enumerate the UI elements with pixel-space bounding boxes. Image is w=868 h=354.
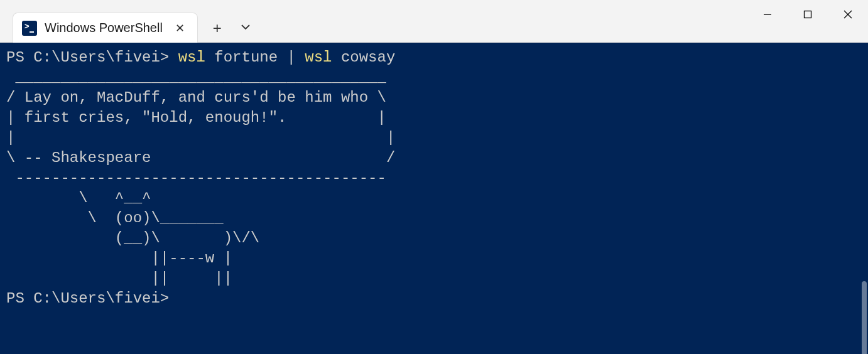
tab-dropdown-button[interactable] [239,21,252,36]
close-icon [844,10,852,19]
terminal-line-1: PS C:\Users\fivei> wsl fortune | wsl cow… [6,48,862,68]
close-window-button[interactable] [828,0,868,28]
tab-powershell[interactable]: Windows PowerShell ✕ [13,13,198,43]
minimize-button[interactable] [747,0,788,28]
command-arg: cowsay [341,49,395,66]
new-tab-button[interactable]: + [213,21,222,36]
powershell-icon [22,21,37,36]
minimize-icon [763,10,772,19]
command-token: wsl [305,49,341,66]
window-controls [747,0,868,28]
command-pipe: | [286,49,305,66]
command-arg: fortune [214,49,286,66]
terminal-line-prompt2: PS C:\Users\fivei> [6,289,862,309]
tabbar-controls: + [213,21,252,36]
close-tab-button[interactable]: ✕ [175,21,185,35]
maximize-button[interactable] [788,0,828,28]
scrollbar-thumb[interactable] [862,281,867,354]
terminal-area[interactable]: PS C:\Users\fivei> wsl fortune | wsl cow… [0,43,868,354]
command-token: wsl [178,49,215,66]
svg-rect-1 [805,11,811,18]
maximize-icon [803,10,812,19]
prompt: PS C:\Users\fivei> [6,49,178,66]
terminal-output: ________________________________________… [6,68,862,289]
tab-title: Windows PowerShell [45,21,163,35]
chevron-down-icon [239,21,252,33]
prompt: PS C:\Users\fivei> [6,290,169,307]
titlebar: Windows PowerShell ✕ + [0,0,868,43]
